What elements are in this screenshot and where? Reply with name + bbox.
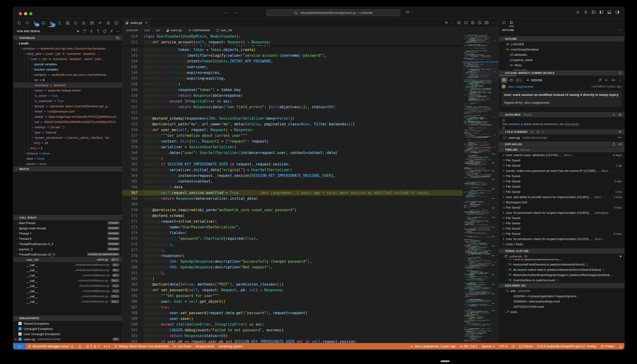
line-number[interactable]: 587	[122, 304, 138, 310]
chevron-collapsed-icon[interactable]	[15, 222, 19, 224]
chevron-collapsed-icon[interactable]	[15, 227, 19, 230]
line-number[interactable]: 582	[122, 276, 138, 282]
chevron-collapsed-icon[interactable]	[504, 279, 508, 282]
chevron-expanded-icon[interactable]	[14, 317, 18, 320]
statusbar-live-share[interactable]: Live Share	[171, 343, 194, 350]
timeline-item[interactable]: File Saved	[499, 158, 624, 163]
toggle-secondary-sidebar-icon[interactable]	[615, 10, 619, 14]
statusbar-eol[interactable]: LF	[510, 343, 517, 350]
code-line[interactable]: 424class UserViewSet(UsedByMixin, ModelV…	[122, 34, 463, 39]
chevron-collapsed-icon[interactable]	[504, 263, 508, 266]
inspect-icon[interactable]	[510, 21, 514, 24]
code-line[interactable]: 553	[122, 110, 463, 116]
chevron-expanded-icon[interactable]	[19, 47, 23, 50]
timeline-item[interactable]: File Saved4 mos	[499, 231, 624, 236]
commit-author-link[interactable]: Jens Langhammer	[508, 85, 534, 88]
code-line[interactable]: 580············400: OpenApiResponse(desc…	[122, 264, 463, 270]
split-editor-icon[interactable]	[485, 21, 488, 24]
code-line[interactable]: 593········if user.pk == request.user.pk…	[122, 339, 463, 343]
line-number[interactable]: 550	[122, 93, 138, 98]
explorer-go-section-header[interactable]: EXPLORER: GO	[499, 283, 624, 288]
go-env-row[interactable]: envauthentik	[499, 288, 624, 294]
timeline-item[interactable]: File Saved	[499, 247, 624, 248]
code-line[interactable]: 565················context=context,	[122, 178, 463, 184]
ai-feedback-icon[interactable]	[619, 142, 622, 146]
line-number[interactable]: 580	[122, 264, 138, 270]
stack-frame-row[interactable]: __call__.../root/middleware.py275:1	[13, 294, 122, 299]
line-number[interactable]: 592	[122, 333, 138, 339]
code-line[interactable]: 548················)	[122, 81, 463, 87]
chevron-collapsed-icon[interactable]	[30, 68, 34, 71]
timeline-section-header[interactable]: TIMELINEusers.py	[499, 147, 624, 152]
code-line[interactable]: 569	[122, 202, 463, 207]
line-number[interactable]: 593	[122, 339, 138, 343]
code-line[interactable]: 577········),	[122, 247, 463, 253]
code-line[interactable]: 585········"""Set password for user"""	[122, 293, 463, 299]
code-line[interactable]: 587········try:	[122, 304, 463, 310]
todo-file-row[interactable]: TSWebAuthnAuthenticatorRegisterStage.ts …	[499, 272, 624, 278]
statusbar-branch[interactable]: lifecycle/fix-debugger-setup*	[26, 343, 76, 350]
breakpoint-row[interactable]: User Uncaught Exceptions	[13, 331, 122, 336]
line-number[interactable]: 559	[122, 144, 138, 150]
restart-button[interactable]	[103, 29, 106, 33]
more-actions-icon[interactable]: ⋮	[618, 78, 622, 82]
timeline-item[interactable]: File Saved3 mos	[499, 205, 624, 210]
variable-row[interactable]: function variables	[13, 67, 122, 72]
code-line[interactable]: 546····················expires=expires,	[122, 70, 463, 76]
outline-row[interactable]: Meta	[499, 62, 624, 68]
code-line[interactable]: 586········user: User = self.get_object(…	[122, 299, 463, 304]
chevron-collapsed-icon[interactable]	[504, 274, 508, 276]
breakpoints-section-header[interactable]: BREAKPOINTS	[13, 316, 122, 321]
variable-row[interactable]: 'groups'=<generator object UserSelfSeria…	[13, 104, 122, 109]
timeline-item[interactable]: Undo / Redo	[499, 242, 624, 247]
code-line[interactable]: 589············user.save()	[122, 316, 463, 322]
line-number[interactable]: 586	[122, 299, 138, 304]
variable-row[interactable]: Locals	[13, 40, 122, 46]
variable-row[interactable]: 'is_superuser'=True	[13, 98, 122, 104]
variable-row[interactable]: special variables	[13, 62, 122, 67]
activity-search-icon[interactable]	[24, 19, 31, 26]
variable-row[interactable]: len()=1	[13, 146, 122, 151]
toggle-primary-sidebar-icon[interactable]	[600, 10, 604, 14]
continue-button[interactable]	[76, 29, 80, 33]
code-editor[interactable]: 542················token: Token = Token.…	[122, 34, 498, 343]
line-number[interactable]: 566	[122, 184, 138, 190]
code-line[interactable]: 563············serializer.initial_data["…	[122, 167, 463, 173]
thread-row[interactable]: MainThreadPAUSED	[13, 220, 122, 226]
code-line[interactable]: 545····················user=user,	[122, 64, 463, 70]
thread-row[interactable]: Thread-7PAUSED	[13, 231, 122, 236]
changed-file-row[interactable]: ± users.py authentik/core/api	[499, 135, 624, 140]
code-line[interactable]: 564················instance=request._req…	[122, 173, 463, 178]
chevron-collapsed-icon[interactable]	[15, 232, 19, 235]
chevron-expanded-icon[interactable]	[500, 72, 504, 74]
line-number[interactable]: 551	[122, 98, 138, 104]
chevron-expanded-icon[interactable]	[500, 148, 504, 151]
pin-icon[interactable]	[598, 78, 602, 82]
statusbar-beryjuio-home[interactable]: beryjuio-home	[193, 343, 216, 350]
breakpoint-checkbox[interactable]	[18, 338, 22, 341]
chevron-collapsed-icon[interactable]	[500, 143, 504, 146]
customize-layout-icon[interactable]	[592, 10, 596, 14]
go-env-var-row[interactable]: GOTOOLCHAIN=auto	[499, 304, 624, 309]
code-line[interactable]: 571····@extend_schema(	[122, 213, 463, 218]
line-number[interactable]: 546	[122, 70, 138, 76]
chevron-expanded-icon[interactable]	[506, 64, 510, 66]
chevron-expanded-icon[interactable]	[14, 216, 18, 219]
stack-frame-row[interactable]: __call__.../core/middleware.py48:1	[13, 273, 122, 278]
chevron-expanded-icon[interactable]	[500, 250, 504, 252]
statusbar-language[interactable]: { }Python	[517, 343, 535, 350]
timeline-item[interactable]: Workspace Edit	[499, 200, 624, 205]
chevron-expanded-icon[interactable]	[500, 284, 504, 287]
activity-live-share-icon[interactable]	[96, 19, 104, 26]
code-line[interactable]: 554····@extend_schema(responses={200: Se…	[122, 116, 463, 121]
autolinks-section-header[interactable]: AUTOLINKS0 found	[499, 112, 624, 117]
run-dropdown-icon[interactable]	[452, 22, 454, 24]
line-number[interactable]: 574	[122, 230, 138, 236]
activity-testing-icon[interactable]	[56, 19, 63, 26]
go-env-var-row[interactable]: GOENV=~/Library/Application Support/go/e…	[499, 294, 624, 299]
outline-section-header[interactable]: OUTLINE	[499, 36, 624, 42]
line-number[interactable]: 558	[122, 138, 138, 144]
breadcrumb-item[interactable]: core	[144, 28, 150, 32]
variable-row[interactable]: 'system_permissions'=['access_admin_inte…	[13, 135, 122, 140]
statusbar-gitlens-anchor[interactable]	[76, 343, 84, 350]
